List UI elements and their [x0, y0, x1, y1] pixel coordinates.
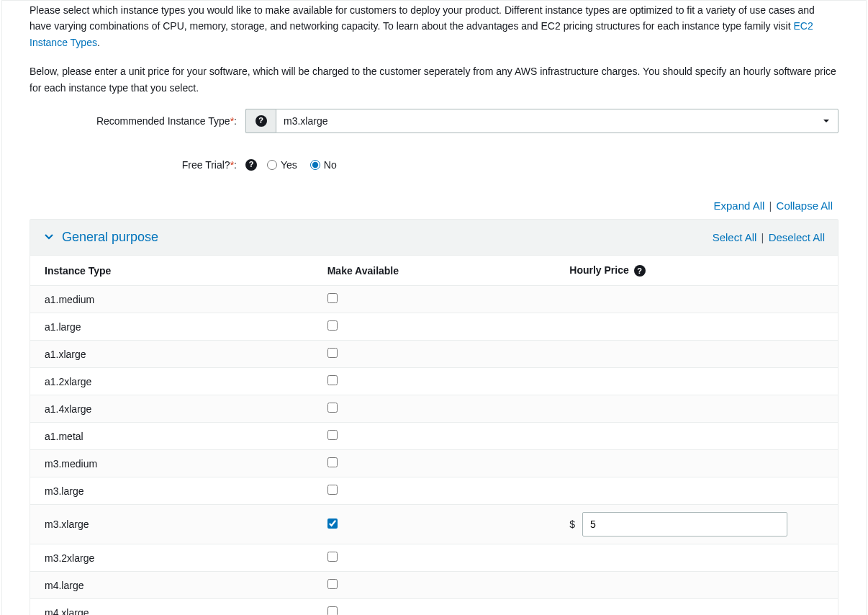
make-available-cell [313, 286, 556, 313]
separator: | [761, 231, 764, 243]
intro-p1-a: Please select which instance types you w… [30, 4, 815, 32]
intro-text: Please select which instance types you w… [30, 1, 838, 96]
make-available-cell [313, 572, 556, 599]
make-available-checkbox[interactable] [327, 485, 338, 495]
free-trial-label-cell: Free Trial?*: [30, 159, 245, 171]
make-available-cell [313, 505, 556, 544]
category-header: General purpose Select All | Deselect Al… [30, 220, 838, 256]
hourly-price-cell [555, 544, 838, 572]
hourly-price-cell [555, 368, 838, 395]
table-row: m3.medium [30, 450, 838, 477]
separator: | [769, 199, 772, 212]
make-available-checkbox[interactable] [327, 430, 338, 440]
recommended-instance-select[interactable]: m3.xlarge [276, 109, 838, 133]
make-available-checkbox[interactable] [327, 519, 338, 529]
category-title: General purpose [62, 230, 158, 245]
instance-type-table: Instance Type Make Available Hourly Pric… [30, 256, 838, 615]
instance-type-cell: a1.2xlarge [30, 368, 313, 395]
help-icon: ? [256, 115, 267, 127]
label-colon: : [234, 115, 237, 127]
chevron-down-icon [43, 230, 55, 244]
free-trial-no-option[interactable]: No [310, 159, 337, 171]
hourly-price-cell [555, 572, 838, 599]
hourly-price-cell [555, 450, 838, 477]
instance-type-cell: m4.xlarge [30, 599, 313, 615]
table-row: m3.2xlarge [30, 544, 838, 572]
table-row: m4.xlarge [30, 599, 838, 615]
make-available-cell [313, 477, 556, 505]
recommended-help-button[interactable]: ? [245, 109, 276, 133]
expand-collapse-controls: Expand All | Collapse All [30, 199, 833, 212]
deselect-all-link[interactable]: Deselect All [769, 231, 825, 243]
make-available-checkbox[interactable] [327, 403, 338, 413]
collapse-all-link[interactable]: Collapse All [777, 199, 833, 212]
instance-type-cell: a1.large [30, 313, 313, 341]
free-trial-yes-option[interactable]: Yes [267, 159, 297, 171]
category-actions: Select All | Deselect All [713, 231, 825, 243]
table-row: a1.4xlarge [30, 395, 838, 423]
pricing-config-panel: Please select which instance types you w… [1, 0, 867, 615]
free-trial-options: Yes No [264, 159, 337, 171]
make-available-cell [313, 423, 556, 450]
hourly-price-cell [555, 341, 838, 368]
currency-symbol: $ [569, 519, 575, 530]
hourly-price-cell: $ [555, 505, 838, 544]
table-row: a1.medium [30, 286, 838, 313]
select-all-link[interactable]: Select All [713, 231, 757, 243]
hourly-price-cell [555, 477, 838, 505]
hourly-price-input[interactable] [582, 512, 787, 537]
make-available-checkbox[interactable] [327, 348, 338, 358]
make-available-cell [313, 395, 556, 423]
expand-all-link[interactable]: Expand All [713, 199, 764, 212]
table-row: m3.xlarge$ [30, 505, 838, 544]
make-available-checkbox[interactable] [327, 457, 338, 467]
col-instance-type: Instance Type [30, 256, 313, 286]
instance-type-cell: a1.metal [30, 423, 313, 450]
make-available-cell [313, 599, 556, 615]
make-available-checkbox[interactable] [327, 579, 338, 589]
table-header-row: Instance Type Make Available Hourly Pric… [30, 256, 838, 286]
table-row: a1.metal [30, 423, 838, 450]
recommended-instance-row: Recommended Instance Type*: ? m3.xlarge [30, 109, 838, 133]
instance-type-cell: a1.4xlarge [30, 395, 313, 423]
make-available-checkbox[interactable] [327, 320, 338, 331]
category-general-purpose: General purpose Select All | Deselect Al… [30, 219, 838, 615]
table-row: m3.large [30, 477, 838, 505]
make-available-checkbox[interactable] [327, 375, 338, 385]
free-trial-label: Free Trial? [182, 159, 230, 171]
table-row: a1.large [30, 313, 838, 341]
free-trial-no-radio[interactable] [310, 160, 320, 170]
free-trial-yes-label: Yes [281, 159, 297, 171]
make-available-checkbox[interactable] [327, 293, 338, 303]
instance-type-cell: a1.medium [30, 286, 313, 313]
col-hourly-price-label: Hourly Price [569, 264, 628, 276]
make-available-checkbox[interactable] [327, 552, 338, 562]
col-make-available: Make Available [313, 256, 556, 286]
help-icon[interactable]: ? [245, 159, 257, 171]
label-colon: : [234, 159, 237, 171]
make-available-cell [313, 368, 556, 395]
hourly-price-cell [555, 423, 838, 450]
instance-type-cell: m3.medium [30, 450, 313, 477]
free-trial-no-label: No [324, 159, 337, 171]
make-available-checkbox[interactable] [327, 606, 338, 615]
intro-p1-b: . [97, 37, 100, 48]
make-available-cell [313, 450, 556, 477]
table-row: a1.2xlarge [30, 368, 838, 395]
col-hourly-price: Hourly Price ? [555, 256, 838, 286]
make-available-cell [313, 544, 556, 572]
intro-p2: Below, please enter a unit price for you… [30, 63, 838, 96]
instance-type-cell: m4.large [30, 572, 313, 599]
table-row: a1.xlarge [30, 341, 838, 368]
table-row: m4.large [30, 572, 838, 599]
category-toggle[interactable]: General purpose [43, 230, 158, 245]
help-icon[interactable]: ? [634, 265, 646, 277]
instance-type-cell: m3.large [30, 477, 313, 505]
free-trial-yes-radio[interactable] [267, 160, 277, 170]
make-available-cell [313, 341, 556, 368]
recommended-label-cell: Recommended Instance Type*: [30, 115, 245, 127]
instance-type-cell: m3.2xlarge [30, 544, 313, 572]
free-trial-row: Free Trial?*: ? Yes No [30, 159, 838, 171]
recommended-label: Recommended Instance Type [96, 115, 230, 127]
hourly-price-cell [555, 313, 838, 341]
